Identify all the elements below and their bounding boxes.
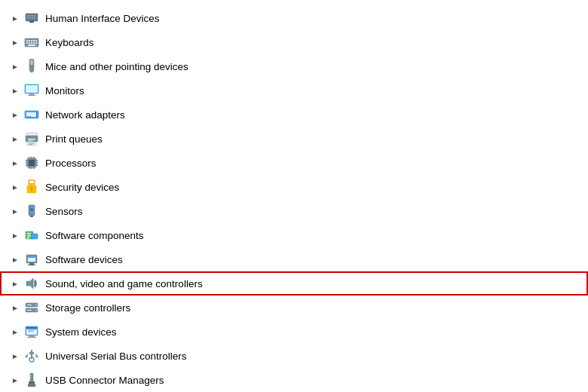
device-icon-software-components xyxy=(24,228,39,243)
device-icon-processors xyxy=(24,155,39,170)
chevron-icon-software-components[interactable]: ► xyxy=(9,229,21,241)
device-item-system-devices[interactable]: ► System devices xyxy=(0,320,588,344)
chevron-icon-software-devices[interactable]: ► xyxy=(9,253,21,265)
chevron-icon-system-devices[interactable]: ► xyxy=(9,326,21,338)
device-label-usb-controllers: Universal Serial Bus controllers xyxy=(45,351,187,362)
svg-rect-25 xyxy=(26,85,38,93)
svg-rect-78 xyxy=(27,305,32,305)
svg-rect-85 xyxy=(28,329,35,330)
device-item-network-adapters[interactable]: ► Network adapters xyxy=(0,103,588,127)
device-item-sensors[interactable]: ► Sensors xyxy=(0,199,588,223)
svg-rect-18 xyxy=(31,42,32,44)
svg-rect-57 xyxy=(31,189,32,191)
chevron-icon-keyboards[interactable]: ► xyxy=(9,36,21,48)
device-icon-network-adapters xyxy=(24,107,39,122)
svg-rect-79 xyxy=(27,310,32,311)
device-item-processors[interactable]: ► Processors xyxy=(0,151,588,175)
svg-rect-7 xyxy=(32,17,33,19)
chevron-icon-network-adapters[interactable]: ► xyxy=(9,109,21,121)
device-icon-human-interface xyxy=(24,11,39,26)
svg-rect-35 xyxy=(28,139,35,140)
chevron-icon-processors[interactable]: ► xyxy=(9,157,21,169)
svg-rect-72 xyxy=(28,265,35,265)
svg-rect-16 xyxy=(26,42,28,44)
svg-rect-3 xyxy=(32,15,33,17)
svg-rect-4 xyxy=(34,15,35,17)
svg-rect-13 xyxy=(31,40,32,41)
device-icon-usb-connector xyxy=(24,372,39,387)
device-icon-sound-video xyxy=(24,276,39,291)
svg-rect-14 xyxy=(33,40,35,41)
svg-rect-8 xyxy=(34,17,35,19)
svg-rect-27 xyxy=(28,95,35,96)
svg-point-76 xyxy=(35,305,37,306)
device-label-sensors: Sensors xyxy=(45,206,83,217)
device-item-human-interface[interactable]: ► Human Interface Devices xyxy=(0,6,588,30)
device-icon-software-devices xyxy=(24,252,39,267)
svg-rect-41 xyxy=(29,160,35,166)
chevron-icon-usb-connector[interactable]: ► xyxy=(9,374,21,386)
device-item-print-queues[interactable]: ► Print queues xyxy=(0,127,588,151)
device-item-mice[interactable]: ► Mice and other pointing devices xyxy=(0,54,588,78)
device-icon-sensors xyxy=(24,204,39,219)
svg-marker-73 xyxy=(26,278,33,289)
chevron-icon-print-queues[interactable]: ► xyxy=(9,133,21,145)
device-label-storage-controllers: Storage controllers xyxy=(45,302,130,314)
svg-point-30 xyxy=(27,116,29,118)
device-icon-usb-controllers xyxy=(24,348,39,363)
device-item-sound-video[interactable]: ► Sound, video and game controllers xyxy=(0,271,588,296)
svg-rect-39 xyxy=(29,144,32,145)
device-label-system-devices: System devices xyxy=(45,326,117,338)
device-item-usb-controllers[interactable]: ► Universal Serial Bus controllers xyxy=(0,344,588,368)
svg-rect-88 xyxy=(29,352,34,354)
svg-rect-97 xyxy=(29,375,31,376)
svg-rect-58 xyxy=(29,184,35,187)
svg-rect-15 xyxy=(35,40,37,41)
device-item-software-devices[interactable]: ► Software devices xyxy=(0,247,588,271)
svg-rect-26 xyxy=(29,93,34,95)
device-item-software-components[interactable]: ► Software components xyxy=(0,223,588,247)
device-label-network-adapters: Network adapters xyxy=(45,109,125,121)
device-icon-mice xyxy=(24,59,39,74)
chevron-icon-sound-video[interactable]: ► xyxy=(9,277,21,289)
chevron-icon-sensors[interactable]: ► xyxy=(9,205,21,217)
device-label-monitors: Monitors xyxy=(45,85,84,96)
device-item-storage-controllers[interactable]: ► Storage controllers xyxy=(0,296,588,320)
svg-rect-20 xyxy=(35,42,37,44)
device-item-security-devices[interactable]: ► Security devices xyxy=(0,175,588,199)
device-label-print-queues: Print queues xyxy=(45,133,103,145)
device-item-monitors[interactable]: ► Monitors xyxy=(0,78,588,103)
chevron-icon-monitors[interactable]: ► xyxy=(9,84,21,96)
svg-rect-98 xyxy=(29,378,31,378)
device-item-keyboards[interactable]: ► Keyboards xyxy=(0,30,588,54)
svg-rect-70 xyxy=(28,256,35,258)
device-icon-security-devices xyxy=(24,179,39,194)
device-item-usb-connector[interactable]: ► USB Connector Managers xyxy=(0,368,588,392)
device-icon-keyboards xyxy=(24,35,39,50)
svg-rect-66 xyxy=(27,235,31,237)
chevron-icon-usb-controllers[interactable]: ► xyxy=(9,350,21,362)
svg-rect-6 xyxy=(29,17,31,19)
device-label-mice: Mice and other pointing devices xyxy=(45,61,188,72)
svg-rect-65 xyxy=(27,233,31,234)
chevron-icon-mice[interactable]: ► xyxy=(9,60,21,72)
chevron-icon-storage-controllers[interactable]: ► xyxy=(9,302,21,314)
svg-point-31 xyxy=(29,116,31,118)
svg-rect-21 xyxy=(28,44,35,46)
svg-rect-96 xyxy=(28,384,35,387)
device-label-software-devices: Software devices xyxy=(45,254,123,265)
device-label-usb-connector: USB Connector Managers xyxy=(45,375,164,386)
svg-rect-64 xyxy=(31,234,38,239)
device-label-sound-video: Sound, video and game controllers xyxy=(45,278,203,289)
svg-point-93 xyxy=(36,356,38,358)
svg-rect-11 xyxy=(26,40,28,41)
device-label-software-components: Software components xyxy=(45,230,144,241)
device-icon-storage-controllers xyxy=(24,300,39,315)
svg-rect-19 xyxy=(33,42,35,44)
chevron-icon-human-interface[interactable]: ► xyxy=(9,12,21,24)
device-icon-system-devices xyxy=(24,324,39,339)
svg-rect-12 xyxy=(29,40,30,41)
svg-point-92 xyxy=(26,356,28,358)
svg-rect-1 xyxy=(27,15,29,17)
chevron-icon-security-devices[interactable]: ► xyxy=(9,181,21,193)
